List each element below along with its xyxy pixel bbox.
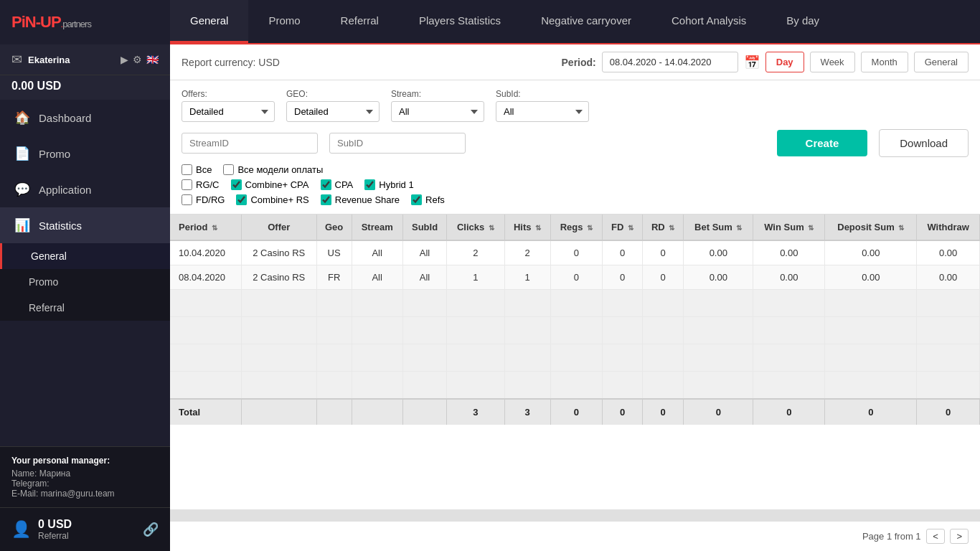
col-win-sum[interactable]: Win Sum ⇅: [753, 215, 825, 240]
col-bet-sum[interactable]: Bet Sum ⇅: [684, 215, 753, 240]
sidebar-item-promo[interactable]: 📄 Promo: [0, 136, 170, 171]
sidebar-item-dashboard[interactable]: 🏠 Dashboard: [0, 100, 170, 136]
subid-input[interactable]: [329, 133, 466, 154]
pagination-next[interactable]: >: [950, 529, 969, 544]
offers-select[interactable]: Detailed: [182, 101, 275, 122]
col-fd[interactable]: FD ⇅: [603, 215, 643, 240]
cb-vse[interactable]: Все: [182, 164, 212, 175]
sidebar-subitem-promo[interactable]: Promo: [0, 269, 170, 295]
topnav-players-statistics[interactable]: Players Statistics: [399, 0, 521, 43]
col-subid: SubId: [402, 215, 447, 240]
geo-label: GEO:: [286, 89, 380, 99]
sort-period-icon[interactable]: ⇅: [212, 224, 217, 232]
sidebar-subitem-general[interactable]: General: [0, 243, 170, 269]
cb-cpa[interactable]: CPA: [321, 179, 354, 190]
topnav-referral-label: Referral: [341, 14, 379, 27]
topnav-negative-carryover[interactable]: Negative carryover: [521, 0, 651, 43]
user-balance: 0.00 USD: [0, 75, 170, 100]
sort-win-sum-icon[interactable]: ⇅: [808, 224, 814, 232]
sort-rd-icon[interactable]: ⇅: [669, 224, 674, 232]
col-deposit-sum[interactable]: Deposit Sum ⇅: [825, 215, 917, 240]
sidebar-item-statistics[interactable]: 📊 Statistics: [0, 207, 170, 243]
stream-id-input[interactable]: [182, 133, 318, 154]
cb-vse-modeli-input[interactable]: [223, 164, 234, 175]
sort-clicks-icon[interactable]: ⇅: [489, 224, 494, 232]
user-settings-icon[interactable]: ⚙: [133, 54, 142, 65]
geo-select[interactable]: Detailed: [286, 101, 380, 122]
sidebar-subitem-referral[interactable]: Referral: [0, 295, 170, 321]
cb-rg-c[interactable]: RG/C: [182, 179, 220, 190]
period-btn-general[interactable]: General: [914, 52, 969, 72]
topnav-general[interactable]: General: [170, 0, 248, 43]
empty-cell-2-1: [241, 344, 316, 372]
sort-fd-icon[interactable]: ⇅: [628, 224, 633, 232]
sort-regs-icon[interactable]: ⇅: [587, 224, 593, 232]
subid-select[interactable]: All: [496, 101, 589, 122]
footer-link-icon[interactable]: 🔗: [143, 522, 159, 537]
user-forward-icon[interactable]: ▶: [121, 54, 128, 65]
download-button[interactable]: Download: [879, 129, 969, 157]
username: Ekaterina: [28, 55, 115, 65]
cb-combine-cpa[interactable]: Combine+ CPA: [231, 179, 309, 190]
col-rd[interactable]: RD ⇅: [642, 215, 683, 240]
cb-revenue-share-input[interactable]: [321, 194, 331, 205]
calendar-icon[interactable]: 📅: [744, 55, 760, 70]
main-content: General Promo Referral Players Statistic…: [170, 0, 980, 551]
table-empty-row: [170, 344, 980, 372]
cb-vse-input[interactable]: [182, 164, 192, 175]
create-button[interactable]: Create: [777, 130, 868, 156]
pagination-prev[interactable]: <: [926, 529, 945, 544]
horizontal-scrollbar[interactable]: [170, 509, 980, 521]
sidebar-item-label-statistics: Statistics: [39, 220, 82, 232]
col-clicks[interactable]: Clicks ⇅: [447, 215, 504, 240]
cb-fd-rg[interactable]: FD/RG: [182, 194, 225, 205]
cb-vse-modeli[interactable]: Все модели оплаты: [223, 164, 323, 175]
topnav-promo[interactable]: Promo: [248, 0, 320, 43]
col-geo: Geo: [316, 215, 352, 240]
table-row: 10.04.20202 Casino RSUSAllAll220000.000.…: [170, 240, 980, 265]
cb-revenue-share[interactable]: Revenue Share: [321, 194, 400, 205]
topnav-cohort-analysis[interactable]: Cohort Analysis: [651, 0, 766, 43]
col-deposit-sum-label: Deposit Sum: [837, 222, 894, 232]
cb-refs-input[interactable]: [411, 194, 422, 205]
cb-refs[interactable]: Refs: [411, 194, 445, 205]
cb-hybrid-1[interactable]: Hybrid 1: [364, 179, 413, 190]
statistics-table: Period ⇅ Offer Geo Stream: [170, 215, 980, 425]
sort-hits-icon[interactable]: ⇅: [535, 224, 541, 232]
period-btn-week[interactable]: Week: [810, 52, 855, 72]
col-win-sum-label: Win Sum: [764, 222, 804, 232]
col-period[interactable]: Period ⇅: [170, 215, 241, 240]
cb-combine-rs[interactable]: Combine+ RS: [236, 194, 308, 205]
sort-deposit-sum-icon[interactable]: ⇅: [898, 224, 904, 232]
empty-cell-1-2: [316, 317, 352, 344]
cb-fd-rg-input[interactable]: [182, 194, 192, 205]
flag-icon: 🇬🇧: [146, 54, 159, 65]
cell-1-7: 0: [550, 265, 603, 290]
sort-bet-sum-icon[interactable]: ⇅: [736, 224, 742, 232]
col-offer: Offer: [241, 215, 316, 240]
cell-1-12: 0.00: [825, 265, 917, 290]
topnav-referral[interactable]: Referral: [321, 0, 399, 43]
stream-select[interactable]: All: [391, 101, 484, 122]
cb-rg-c-input[interactable]: [182, 179, 192, 190]
cb-cpa-input[interactable]: [321, 179, 331, 190]
cb-combine-cpa-input[interactable]: [231, 179, 242, 190]
cb-hybrid-1-input[interactable]: [364, 179, 375, 190]
period-input[interactable]: [602, 52, 738, 72]
col-hits[interactable]: Hits ⇅: [504, 215, 550, 240]
empty-cell-1-9: [642, 317, 683, 344]
period-btn-month[interactable]: Month: [861, 52, 908, 72]
col-withdraw-label: Withdraw: [927, 222, 969, 232]
sidebar-item-application[interactable]: 💬 Application: [0, 171, 170, 207]
sidebar-subnav: General Promo Referral: [0, 243, 170, 321]
cell-0-10: 0.00: [684, 240, 753, 265]
empty-cell-0-4: [402, 290, 447, 317]
empty-cell-1-10: [684, 317, 753, 344]
empty-cell-0-7: [550, 290, 603, 317]
cb-combine-rs-input[interactable]: [236, 194, 247, 205]
period-btn-day[interactable]: Day: [765, 52, 804, 72]
col-fd-label: FD: [611, 222, 623, 232]
empty-cell-1-1: [241, 317, 316, 344]
col-regs[interactable]: Regs ⇅: [550, 215, 603, 240]
topnav-by-day[interactable]: By day: [766, 0, 839, 43]
